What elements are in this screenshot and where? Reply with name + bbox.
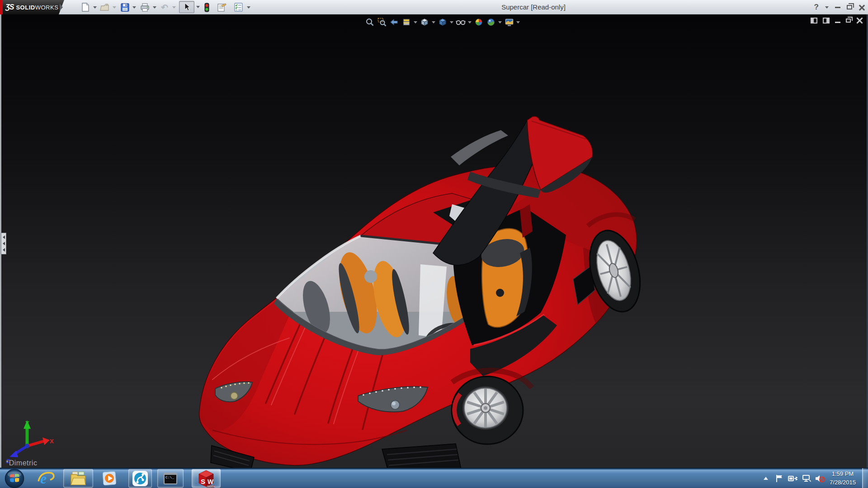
options-button[interactable] bbox=[233, 2, 243, 12]
menu-expand-arrow-icon[interactable] bbox=[60, 4, 63, 11]
previous-view-button[interactable] bbox=[389, 17, 400, 28]
previous-view-icon bbox=[390, 18, 399, 27]
help-button[interactable]: ? bbox=[814, 3, 819, 12]
select-tool-dropdown[interactable] bbox=[194, 1, 202, 13]
zoom-to-fit-button[interactable] bbox=[364, 17, 375, 28]
restore-button[interactable] bbox=[847, 5, 852, 9]
options-dropdown[interactable] bbox=[247, 6, 250, 9]
brand-red-strip bbox=[0, 0, 3, 14]
undo-icon: ↶ bbox=[161, 3, 168, 12]
solidworks-2015-icon: S W 2015 bbox=[197, 469, 215, 488]
file-properties-icon bbox=[217, 3, 226, 12]
zoom-to-area-button[interactable] bbox=[377, 17, 387, 28]
close-button[interactable] bbox=[859, 5, 864, 10]
help-dropdown[interactable] bbox=[825, 6, 829, 9]
undo-dropdown[interactable] bbox=[172, 6, 176, 9]
view-orientation-dropdown[interactable] bbox=[431, 17, 436, 28]
select-tool-button[interactable] bbox=[179, 1, 194, 13]
taskbar-clock[interactable]: 1:59 PM 7/28/2015 bbox=[827, 470, 859, 487]
zoom-to-area-icon bbox=[377, 18, 387, 27]
taskbar-command-prompt[interactable]: C:\_ bbox=[157, 469, 184, 488]
minimize-button[interactable] bbox=[835, 7, 840, 8]
headsup-view-toolbar bbox=[364, 16, 520, 28]
title-bar: ƷS SOLIDWORKS bbox=[0, 0, 868, 14]
flag-icon bbox=[775, 474, 783, 483]
view-settings-dropdown[interactable] bbox=[516, 17, 520, 28]
file-properties-button[interactable] bbox=[217, 2, 226, 12]
options-icon bbox=[234, 3, 243, 12]
feature-manager-collapse-tab[interactable] bbox=[1, 233, 6, 254]
ds-logo-glyph: ƷS bbox=[5, 3, 14, 11]
taskbar-branch-app[interactable] bbox=[128, 469, 152, 488]
document-window-controls bbox=[811, 17, 863, 23]
taskbar-solidworks-active[interactable]: S W 2015 bbox=[192, 469, 221, 488]
hide-show-items-button[interactable] bbox=[455, 17, 466, 28]
show-hidden-icons-button[interactable] bbox=[759, 468, 773, 488]
show-desktop-button[interactable] bbox=[862, 468, 868, 488]
clock-time: 1:59 PM bbox=[827, 470, 859, 479]
document-minimize-button[interactable] bbox=[835, 22, 840, 23]
graphics-viewport[interactable]: Y X Z *Dimetric bbox=[0, 14, 868, 468]
section-view-icon bbox=[402, 18, 411, 27]
edit-appearance-button[interactable] bbox=[473, 17, 484, 28]
view-settings-button[interactable] bbox=[504, 17, 514, 28]
save-dropdown[interactable] bbox=[132, 6, 136, 9]
section-view-dropdown[interactable] bbox=[413, 17, 418, 28]
edit-appearance-icon bbox=[474, 18, 483, 27]
start-button[interactable] bbox=[4, 469, 25, 488]
power-plug-icon bbox=[788, 474, 798, 483]
system-tray: 1:59 PM 7/28/2015 bbox=[759, 468, 868, 488]
open-file-dropdown[interactable] bbox=[113, 6, 116, 9]
document-restore-button[interactable] bbox=[846, 19, 851, 23]
print-button[interactable] bbox=[140, 2, 150, 12]
display-style-dropdown[interactable] bbox=[449, 17, 454, 28]
hide-show-items-icon bbox=[456, 18, 466, 27]
speaker-muted-icon bbox=[815, 474, 826, 483]
open-file-icon bbox=[100, 3, 110, 11]
window-title: Supercar [Read-only] bbox=[470, 0, 597, 14]
car-model-3d[interactable] bbox=[0, 14, 868, 468]
hide-show-items-dropdown[interactable] bbox=[467, 17, 472, 28]
apply-scene-dropdown[interactable] bbox=[498, 17, 502, 28]
front-wheel[interactable] bbox=[452, 376, 523, 444]
pane-toggle-right-icon[interactable] bbox=[823, 18, 830, 23]
reference-triad: Y X Z bbox=[3, 418, 57, 465]
pane-toggle-left-icon[interactable] bbox=[811, 18, 817, 23]
apply-scene-button[interactable] bbox=[486, 17, 496, 28]
collapse-arrow-icon bbox=[3, 242, 5, 245]
network-monitor-icon bbox=[802, 474, 811, 483]
select-cursor-icon bbox=[183, 3, 191, 11]
taskbar-internet-explorer[interactable]: e bbox=[35, 469, 57, 488]
view-orientation-button[interactable] bbox=[419, 17, 430, 28]
collapse-arrow-icon bbox=[3, 235, 5, 239]
brand-works: WORKS bbox=[35, 4, 59, 11]
view-orientation-icon bbox=[420, 18, 429, 27]
undo-button[interactable]: ↶ bbox=[160, 2, 170, 12]
taskbar-media-player[interactable] bbox=[99, 469, 120, 488]
rebuild-traffic-light-icon bbox=[204, 3, 209, 12]
new-file-icon bbox=[81, 3, 90, 12]
save-icon bbox=[121, 3, 129, 12]
collapse-arrow-icon bbox=[3, 248, 5, 252]
view-orientation-label: *Dimetric bbox=[6, 459, 37, 467]
windows-start-orb-icon bbox=[5, 469, 24, 488]
new-file-dropdown[interactable] bbox=[93, 6, 97, 9]
new-file-button[interactable] bbox=[80, 2, 90, 12]
sw-letter-s: S bbox=[201, 478, 205, 485]
section-view-button[interactable] bbox=[401, 17, 412, 28]
rebuild-button[interactable] bbox=[202, 2, 212, 12]
power-button[interactable] bbox=[786, 468, 800, 488]
windows-taskbar: e C:\_ bbox=[0, 468, 868, 488]
cmd-prompt-text: C:\_ bbox=[165, 475, 174, 479]
zoom-to-fit-icon bbox=[365, 18, 374, 27]
up-arrow-icon bbox=[764, 477, 768, 480]
network-button[interactable] bbox=[800, 468, 813, 488]
print-dropdown[interactable] bbox=[153, 6, 156, 9]
volume-button[interactable] bbox=[813, 468, 827, 488]
display-style-button[interactable] bbox=[437, 17, 448, 28]
save-button[interactable] bbox=[120, 2, 130, 12]
action-center-button[interactable] bbox=[773, 468, 786, 488]
taskbar-windows-explorer[interactable] bbox=[63, 469, 93, 488]
open-file-button[interactable] bbox=[100, 2, 110, 12]
document-close-button[interactable] bbox=[856, 17, 863, 23]
